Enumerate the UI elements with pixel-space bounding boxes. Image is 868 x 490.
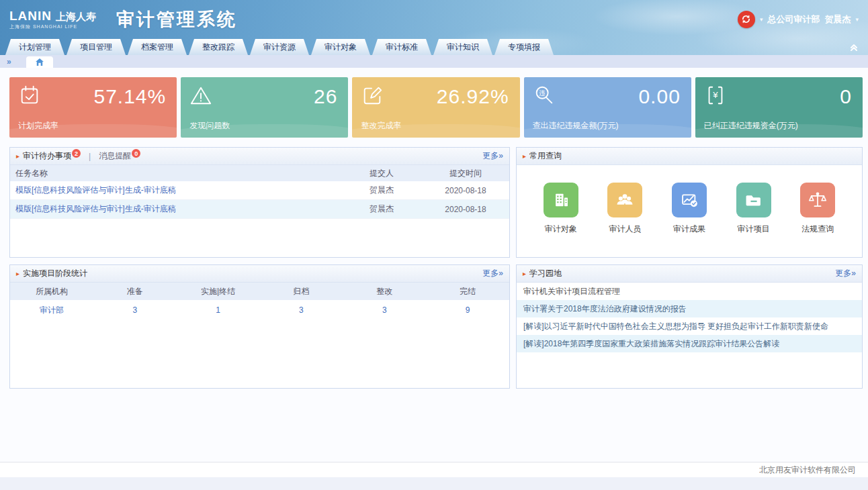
- tab-special-reporting[interactable]: 专项填报: [494, 39, 554, 55]
- kpi-label: 已纠正违纪违规资金(万元): [704, 120, 798, 132]
- stage-stats-more-link[interactable]: 更多»: [482, 268, 503, 279]
- panel-arrow-icon: ▸: [16, 270, 19, 277]
- query-law-search[interactable]: 法规查询: [800, 183, 835, 235]
- learning-title: 学习园地: [529, 268, 562, 279]
- task-submitter: 贺晨杰: [341, 203, 422, 215]
- kpi-value: 57.14%: [93, 85, 166, 108]
- main-nav: 计划管理 项目管理 档案管理 整改跟踪 审计资源 审计对象 审计标准 审计知识 …: [0, 38, 868, 55]
- edit-square-icon: [361, 84, 384, 109]
- svg-text:违: 违: [538, 89, 545, 97]
- quick-query-panel: ▸ 常用查询: [516, 147, 863, 258]
- kpi-label: 查出违纪违规金额(万元): [533, 120, 619, 132]
- task-submit-time: 2020-08-18: [422, 205, 509, 214]
- todo-panel: ▸ 审计待办事项 2 | 消息提醒 0 更多» 任务名称 提交人 提交时间 模版…: [9, 147, 510, 258]
- table-row: 审计部 3 1 3 3 9: [10, 300, 509, 320]
- collapse-up-icon[interactable]: [849, 42, 859, 52]
- logo-name: 上海人寿: [56, 11, 96, 21]
- query-audit-objects[interactable]: 审计对象: [544, 183, 578, 235]
- stage-count-link[interactable]: 1: [177, 305, 260, 315]
- column-archived: 归档: [259, 286, 343, 297]
- avatar[interactable]: [738, 11, 755, 28]
- learning-panel: ▸ 学习园地 更多» 审计机关审计项目流程管理 审计署关于2018年度法治政府建…: [516, 264, 863, 389]
- main-content: 57.14% 计划完成率 26 发现问题数: [0, 68, 868, 462]
- header-top-row: LANIN 上海人寿 上海保险 SHANGHAI LIFE 审计管理系统 ▾ 总…: [0, 0, 868, 38]
- kpi-value: 26: [314, 85, 337, 108]
- stage-count-link[interactable]: 9: [426, 305, 509, 315]
- query-label: 审计对象: [545, 224, 577, 235]
- table-row: 模版[信息科技风险评估与审计]生成-审计底稿 贺晨杰 2020-08-18: [10, 181, 509, 200]
- tab-archive-management[interactable]: 档案管理: [128, 39, 187, 55]
- user-area: ▾ 总公司审计部 贺晨杰 ▾: [738, 11, 859, 28]
- stage-count-link[interactable]: 3: [343, 305, 426, 315]
- list-item[interactable]: 审计机关审计项目流程管理: [517, 283, 862, 300]
- task-submitter: 贺晨杰: [341, 185, 422, 196]
- alert-triangle-icon: [189, 84, 212, 109]
- logo-subtitle: 上海保险 SHANGHAI LIFE: [9, 24, 96, 29]
- column-organization: 所属机构: [10, 286, 93, 297]
- column-implementation: 实施|终结: [177, 286, 260, 297]
- stage-table-header: 所属机构 准备 实施|终结 归档 整改 完结: [10, 283, 509, 300]
- list-item[interactable]: [解读]以习近平新时代中国特色社会主义思想为指导 更好担负起审计工作新职责新使命: [517, 317, 862, 335]
- chart-check-icon: [672, 183, 707, 217]
- page: LANIN 上海人寿 上海保险 SHANGHAI LIFE 审计管理系统 ▾ 总…: [0, 0, 868, 490]
- task-link[interactable]: 模版[信息科技风险评估与审计]生成-审计底稿: [10, 185, 341, 196]
- footer-company: 北京用友审计软件有限公司: [759, 464, 856, 476]
- tab-audit-knowledge[interactable]: 审计知识: [433, 39, 492, 55]
- company-logo: LANIN 上海人寿 上海保险 SHANGHAI LIFE: [9, 9, 96, 29]
- tab-audit-standards[interactable]: 审计标准: [372, 39, 431, 55]
- page-title: 审计管理系统: [116, 7, 237, 32]
- kpi-found-issues: 26 发现问题数: [181, 77, 348, 138]
- learning-more-link[interactable]: 更多»: [835, 268, 856, 279]
- column-submit-time: 提交时间: [422, 168, 509, 179]
- expand-icon[interactable]: »: [3, 56, 15, 68]
- users-icon: [607, 183, 642, 217]
- todo-panel-header: ▸ 审计待办事项 2 | 消息提醒 0 更多»: [10, 148, 509, 165]
- avatar-caret-icon[interactable]: ▾: [760, 16, 763, 23]
- kpi-value: 0: [840, 85, 852, 108]
- todo-more-link[interactable]: 更多»: [482, 150, 503, 162]
- tab-rectification-tracking[interactable]: 整改跟踪: [189, 39, 248, 55]
- query-audit-results[interactable]: 审计成果: [672, 183, 707, 235]
- quick-query-title: 常用查询: [529, 150, 562, 162]
- user-department: 总公司审计部: [767, 13, 820, 26]
- query-label: 审计成果: [673, 224, 705, 235]
- logo-mark: LANIN: [9, 9, 52, 22]
- home-tab[interactable]: [26, 56, 53, 68]
- building-icon: [544, 183, 578, 217]
- kpi-label: 发现问题数: [189, 120, 230, 132]
- list-item[interactable]: 审计署关于2018年度法治政府建设情况的报告: [517, 300, 862, 317]
- panel-arrow-icon: ▸: [16, 152, 19, 160]
- search-violation-icon: 违: [533, 84, 556, 109]
- messages-tab[interactable]: 消息提醒: [99, 150, 131, 162]
- table-row: 模版[信息科技风险评估与审计]生成-审计底稿 贺晨杰 2020-08-18: [10, 200, 509, 219]
- task-link[interactable]: 模版[信息科技风险评估与审计]生成-审计底稿: [10, 203, 341, 215]
- todo-badge: 2: [72, 149, 81, 158]
- bottom-strip: [0, 477, 868, 490]
- stage-stats-title: 实施项目阶段统计: [23, 268, 87, 279]
- org-link[interactable]: 审计部: [10, 305, 93, 316]
- panel-arrow-icon: ▸: [523, 270, 526, 277]
- query-audit-staff[interactable]: 审计人员: [607, 183, 642, 235]
- kpi-rectification-completion: 26.92% 整改完成率: [352, 77, 519, 138]
- kpi-value: 26.92%: [437, 85, 509, 108]
- kpi-violation-amount: 违 0.00 查出违纪违规金额(万元): [524, 77, 691, 138]
- tab-audit-objects[interactable]: 审计对象: [311, 39, 370, 55]
- query-audit-projects[interactable]: 审计项目: [736, 183, 771, 235]
- tab-plan-management[interactable]: 计划管理: [5, 39, 64, 55]
- quick-query-header: ▸ 常用查询: [517, 148, 862, 165]
- kpi-value: 0.00: [638, 85, 680, 108]
- footer: 北京用友审计软件有限公司: [0, 462, 868, 477]
- task-submit-time: 2020-08-18: [422, 186, 509, 195]
- messages-badge: 0: [132, 149, 140, 158]
- list-item[interactable]: [解读]2018年第四季度国家重大政策措施落实情况跟踪审计结果公告解读: [517, 335, 862, 352]
- tab-audit-resources[interactable]: 审计资源: [250, 39, 309, 55]
- todo-tab[interactable]: 审计待办事项: [23, 150, 71, 162]
- stage-count-link[interactable]: 3: [259, 305, 343, 315]
- user-menu-caret-icon[interactable]: ▾: [855, 16, 859, 23]
- stage-count-link[interactable]: 3: [93, 305, 177, 315]
- kpi-label: 计划完成率: [18, 120, 58, 132]
- tab-project-management[interactable]: 项目管理: [67, 39, 126, 55]
- yuan-icon: ¥: [704, 84, 727, 109]
- home-icon: [36, 58, 44, 66]
- kpi-cards: 57.14% 计划完成率 26 发现问题数: [9, 77, 863, 138]
